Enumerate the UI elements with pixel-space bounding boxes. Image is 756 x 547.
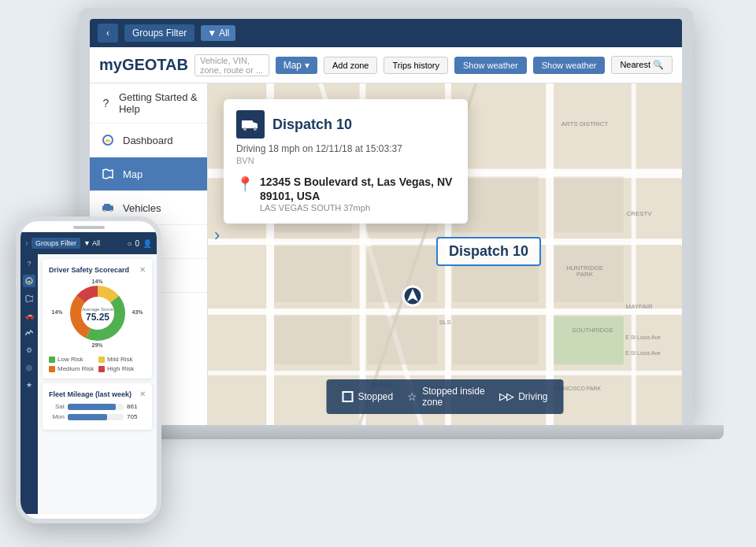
sidebar-item-label: Vehicles: [123, 202, 161, 214]
scene: ‹ Groups Filter ▼ All myGEOTAB Vehicle, …: [0, 0, 756, 547]
nearest-button[interactable]: Nearest 🔍: [611, 56, 673, 74]
high-risk-label: High Risk: [107, 365, 134, 372]
vehicles-icon: [99, 199, 117, 216]
dispatch-map-label: Dispatch 10: [436, 237, 541, 266]
phone-notification-count: 0: [135, 239, 139, 248]
add-zone-button[interactable]: Add zone: [324, 57, 377, 74]
phone-settings-icon[interactable]: ⚙: [23, 344, 35, 357]
sidebar-item-map[interactable]: Map: [90, 157, 207, 191]
svg-rect-18: [274, 246, 352, 302]
fleet-mileage-card: Fleet Mileage (last week) ✕ Sat 861 Mon: [43, 383, 152, 430]
phone: › Groups Filter ▼ All ○ 0 👤 ?: [16, 216, 161, 523]
fleet-bar-sat-track: [68, 404, 124, 410]
svg-point-44: [243, 128, 246, 131]
map-dropdown-button[interactable]: Map ▾: [276, 57, 317, 74]
svg-text:E St Louis Ave: E St Louis Ave: [625, 334, 661, 340]
legend-stopped: Stopped: [343, 391, 394, 402]
star-icon: ☆: [407, 390, 417, 403]
svg-text:75.25: 75.25: [85, 312, 109, 323]
medium-risk-label: Medium Risk: [57, 365, 94, 372]
mild-risk-label: Mild Risk: [107, 356, 132, 363]
back-button[interactable]: ‹: [98, 24, 118, 43]
donut-chart: Average Score 75.25: [66, 282, 129, 345]
phone-map-icon[interactable]: [23, 292, 35, 305]
top-bar: ‹ Groups Filter ▼ All: [90, 19, 682, 47]
fleet-card-close[interactable]: ✕: [139, 390, 146, 398]
groups-filter-button[interactable]: Groups Filter: [124, 24, 195, 42]
svg-rect-13: [546, 83, 554, 425]
show-weather-button-1[interactable]: Show weather: [454, 57, 527, 74]
map-icon: [99, 165, 117, 183]
popup-zone: LAS VEGAS SOUTH 37mph: [260, 203, 455, 213]
phone-topbar: › Groups Filter ▼ All ○ 0 👤: [20, 232, 157, 254]
popup-header: Dispatch 10: [236, 110, 455, 139]
sidebar-item-dashboard[interactable]: Dashboard: [90, 124, 207, 157]
segment-label-right: 43%: [132, 309, 143, 315]
svg-rect-42: [242, 120, 253, 128]
phone-screen: › Groups Filter ▼ All ○ 0 👤 ?: [20, 232, 157, 514]
dashboard-icon: [99, 131, 117, 149]
phone-all-label: ▼ All: [83, 239, 100, 247]
segment-label-bottom: 29%: [91, 342, 102, 348]
fleet-card-title: Fleet Mileage (last week): [49, 390, 132, 398]
phone-back-icon[interactable]: ›: [25, 238, 28, 249]
fleet-bar-mon-track: [68, 414, 124, 420]
segment-label-left: 14%: [52, 309, 63, 315]
fleet-bar-sat: Sat 861: [49, 403, 146, 410]
high-risk-swatch: [98, 366, 105, 372]
dispatch-title: Dispatch 10: [272, 116, 352, 133]
app-header: myGEOTAB Vehicle, VIN, zone, route or ..…: [90, 47, 682, 83]
search-bar[interactable]: Vehicle, VIN, zone, route or ...: [195, 54, 269, 76]
svg-text:MAYFAIR: MAYFAIR: [626, 303, 653, 310]
svg-text:PARK: PARK: [576, 271, 594, 278]
donut-legend: Low Risk Mild Risk Medium Risk: [49, 356, 146, 372]
driving-icon: ▷▷: [499, 391, 513, 402]
svg-text:SLS: SLS: [439, 319, 451, 326]
svg-text:E St Louis Ave: E St Louis Ave: [625, 350, 661, 356]
legend-low-risk: Low Risk: [49, 356, 96, 363]
map-area[interactable]: W Charleston Blvd ARTS DISTRICT CRESTV H…: [208, 83, 682, 425]
phone-help-icon[interactable]: ?: [23, 257, 35, 270]
phone-vehicles-icon[interactable]: 🚗: [23, 309, 35, 322]
laptop: ‹ Groups Filter ▼ All myGEOTAB Vehicle, …: [79, 8, 693, 464]
fleet-bar-mon-val: 705: [127, 413, 146, 420]
svg-point-45: [254, 128, 257, 131]
truck-icon: [236, 110, 265, 139]
svg-text:SOUTHRIDGE: SOUTHRIDGE: [572, 327, 613, 334]
phone-speaker: [73, 226, 105, 229]
mild-risk-swatch: [98, 357, 105, 363]
svg-rect-23: [554, 176, 624, 232]
sidebar-item-label: Dashboard: [123, 135, 173, 146]
logo-geotab: GEOTAB: [122, 56, 188, 73]
phone-topbar-icons: ○ 0 👤: [127, 239, 152, 248]
map-nav-arrow[interactable]: ›: [214, 225, 220, 246]
svg-text:ARTS DISTRICT: ARTS DISTRICT: [561, 120, 609, 128]
phone-sidebar: ? 🚗 ⚙ ◎ ★: [20, 254, 38, 514]
sidebar-item-getting-started[interactable]: ? Getting Started & Help: [90, 83, 207, 124]
location-pin-icon: 📍: [236, 176, 254, 193]
trips-history-button[interactable]: Trips history: [384, 57, 448, 74]
safety-card-title: Driver Safety Scorecard: [49, 266, 129, 274]
phone-dashboard-icon[interactable]: [23, 275, 35, 287]
map-legend: Stopped ☆ Stopped inside zone ▷▷ Driving: [327, 379, 564, 414]
segment-label-top: 14%: [91, 279, 102, 284]
all-badge[interactable]: ▼ All: [201, 25, 235, 41]
dispatch-popup: Dispatch 10 Driving 18 mph on 12/11/18 a…: [224, 99, 468, 224]
show-weather-button-2[interactable]: Show weather: [533, 57, 606, 74]
main-content: ? Getting Started & Help Dashboard: [90, 83, 682, 425]
fleet-bar-sat-fill: [68, 404, 116, 410]
phone-activity-icon[interactable]: [23, 327, 35, 339]
phone-extra-icon[interactable]: ◎: [23, 361, 35, 374]
svg-point-4: [110, 210, 113, 213]
fleet-bar-sat-label: Sat: [49, 403, 65, 410]
vehicle-marker: [401, 284, 424, 311]
stopped-box-icon: [343, 391, 354, 402]
phone-user-icon: 👤: [143, 239, 152, 248]
legend-mild-risk: Mild Risk: [98, 356, 146, 363]
svg-rect-25: [274, 316, 352, 364]
svg-rect-14: [632, 83, 636, 425]
logo: myGEOTAB: [99, 56, 188, 74]
safety-card-close[interactable]: ✕: [139, 265, 146, 274]
phone-gear-icon[interactable]: ★: [23, 379, 35, 391]
phone-groups-filter[interactable]: Groups Filter: [32, 238, 80, 249]
